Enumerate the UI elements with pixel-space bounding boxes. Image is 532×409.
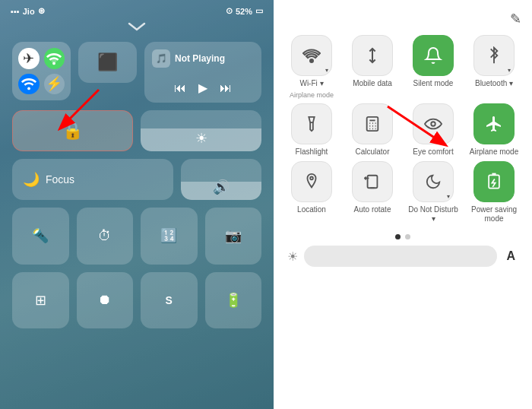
wifi-active-button[interactable]: [44, 48, 65, 69]
now-playing-app-icon: 🎵: [152, 49, 170, 68]
status-right: ⊙ 52% ▭: [226, 6, 263, 16]
dot-1: [395, 234, 401, 239]
icloud-icon: ⊙: [226, 6, 233, 16]
camera-button[interactable]: 📷: [205, 208, 262, 265]
qs-auto-rotate-icon[interactable]: [352, 161, 393, 202]
cellular-wifi-button[interactable]: [18, 74, 40, 95]
qs-calculator-icon[interactable]: [352, 103, 393, 144]
qs-flashlight[interactable]: Flashlight: [284, 103, 339, 157]
brightness-row[interactable]: ☀ A: [284, 246, 521, 267]
row3: 🌙 Focus 🔊: [12, 159, 261, 200]
shazam-button[interactable]: S: [141, 272, 198, 329]
bluetooth-button[interactable]: ⚡: [44, 74, 65, 95]
qs-location[interactable]: Location: [284, 161, 339, 224]
control-grid: ✈ ⚡: [0, 37, 274, 333]
qs-calculator[interactable]: Calculator: [345, 103, 400, 157]
brightness-sun-icon: ☀: [287, 249, 298, 264]
qs-eye-comfort-label: Eye comfort: [413, 147, 453, 157]
airplane-mode-button[interactable]: ✈: [18, 48, 40, 69]
svg-point-0: [52, 62, 55, 65]
chevron-down-icon: [0, 19, 274, 37]
focus-button[interactable]: 🌙 Focus: [12, 159, 173, 200]
timer-button[interactable]: ⏱: [77, 208, 134, 265]
svg-point-1: [27, 87, 30, 90]
brightness-slider-bar[interactable]: [304, 246, 497, 267]
wifi-icon-status: ⊛: [38, 6, 45, 16]
brightness-slider[interactable]: ☀: [141, 110, 261, 151]
prev-track-button[interactable]: ⏮: [174, 81, 186, 95]
calculator-button[interactable]: 🔢: [141, 208, 198, 265]
qs-bluetooth-icon[interactable]: ▾: [473, 35, 515, 76]
battery-widget-button[interactable]: 🔋: [205, 272, 262, 329]
moon-icon: 🌙: [23, 171, 40, 188]
next-track-button[interactable]: ⏭: [220, 81, 232, 95]
qs-power-saving[interactable]: Power saving mode: [467, 161, 521, 224]
qs-mobile-data-label: Mobile data: [353, 79, 392, 88]
qs-flashlight-icon[interactable]: [291, 103, 332, 144]
carrier-label: Jio: [23, 7, 35, 16]
svg-point-18: [310, 177, 313, 180]
screen-record-button[interactable]: ⏺: [77, 272, 134, 329]
status-bar: ▪▪▪ Jio ⊛ ⊙ 52% ▭: [0, 0, 274, 19]
now-playing-top: 🎵 Not Playing: [152, 49, 254, 68]
qs-location-label: Location: [297, 205, 326, 214]
volume-icon: 🔊: [213, 179, 230, 200]
font-size-button[interactable]: A: [503, 249, 518, 263]
status-left: ▪▪▪ Jio ⊛: [11, 6, 45, 16]
ios-control-center: ▪▪▪ Jio ⊛ ⊙ 52% ▭ ✈: [0, 0, 274, 409]
qs-mobile-data-icon[interactable]: [352, 35, 393, 76]
screen-lock-button[interactable]: 🔒: [12, 110, 133, 151]
battery-label: 52%: [236, 7, 252, 16]
row4: 🔦 ⏱ 🔢 📷: [12, 208, 261, 265]
flashlight-button[interactable]: 🔦: [12, 208, 69, 265]
qs-silent-label: Silent mode: [413, 79, 454, 88]
edit-icon[interactable]: ✎: [510, 11, 521, 27]
quick-settings-grid: ▾ Wi-Fi ▾ Airplane mode Mobile data Sile: [284, 35, 521, 224]
qs-power-saving-label: Power saving mode: [467, 205, 521, 224]
qs-dnd[interactable]: ▾ Do Not Disturb ▾: [406, 161, 461, 224]
play-pause-button[interactable]: ▶: [198, 81, 207, 95]
dot-2: [405, 234, 410, 239]
svg-point-17: [431, 122, 435, 126]
row2: 🔒 ☀: [12, 110, 261, 151]
connectivity-block[interactable]: ✈ ⚡: [12, 42, 71, 100]
qs-wifi-label: Wi-Fi ▾: [299, 79, 323, 88]
qs-dnd-icon[interactable]: ▾: [413, 161, 454, 202]
qs-auto-rotate-label: Auto rotate: [354, 205, 391, 214]
brightness-icon: ☀: [195, 130, 207, 151]
row1: ✈ ⚡: [12, 42, 261, 103]
qs-calculator-label: Calculator: [355, 147, 389, 157]
row5: ⊞ ⏺ S 🔋: [12, 272, 261, 329]
qs-airplane-icon[interactable]: [473, 103, 515, 144]
qs-eye-comfort[interactable]: Eye comfort: [406, 103, 461, 157]
now-playing-widget[interactable]: 🎵 Not Playing ⏮ ▶ ⏭: [144, 42, 261, 103]
qs-power-saving-icon[interactable]: [473, 161, 515, 202]
svg-rect-20: [489, 175, 499, 188]
qs-silent-mode[interactable]: Silent mode: [406, 35, 461, 99]
qs-airplane-mode[interactable]: Airplane mode: [467, 103, 521, 157]
now-playing-label: Not Playing: [175, 53, 225, 64]
now-playing-controls[interactable]: ⏮ ▶ ⏭: [152, 78, 254, 95]
qs-bluetooth[interactable]: ▾ Bluetooth ▾: [467, 35, 521, 99]
qs-location-icon[interactable]: [291, 161, 332, 202]
qs-bluetooth-label: Bluetooth ▾: [475, 79, 513, 88]
svg-rect-19: [368, 176, 378, 189]
qr-scanner-button[interactable]: ⊞: [12, 272, 69, 329]
qs-mobile-data[interactable]: Mobile data: [345, 35, 400, 99]
svg-point-3: [310, 59, 313, 62]
qs-wifi-icon[interactable]: ▾: [291, 35, 332, 76]
qs-silent-mode-icon[interactable]: [413, 35, 454, 76]
qs-flashlight-label: Flashlight: [296, 147, 328, 157]
page-dots: [284, 234, 521, 239]
quick-settings-header: ✎: [284, 11, 521, 27]
qs-eye-comfort-icon[interactable]: [413, 103, 454, 144]
focus-label: Focus: [46, 173, 74, 185]
volume-slider[interactable]: 🔊: [181, 159, 261, 200]
qs-wifi-sublabel: Airplane mode: [290, 91, 334, 99]
screen-mirror-button[interactable]: ⬛: [78, 42, 137, 83]
signal-bars: ▪▪▪: [11, 7, 20, 16]
qs-auto-rotate[interactable]: Auto rotate: [345, 161, 400, 224]
battery-icon-status: ▭: [255, 6, 263, 16]
qs-wifi[interactable]: ▾ Wi-Fi ▾ Airplane mode: [284, 35, 339, 99]
qs-airplane-label: Airplane mode: [470, 147, 518, 157]
